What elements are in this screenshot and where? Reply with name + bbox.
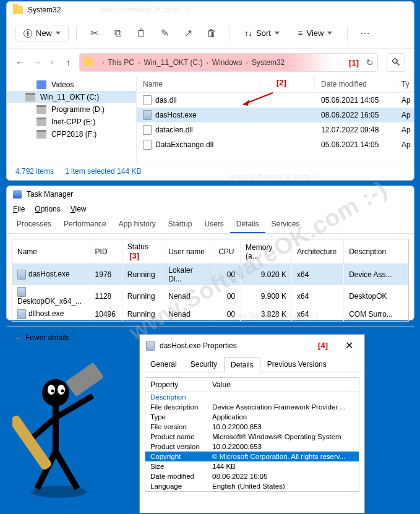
cell: x64: [292, 307, 344, 321]
cell: x64: [292, 285, 344, 307]
properties-window: dasHost.exe Properties [4] ✕ GeneralSecu…: [139, 334, 365, 513]
tab[interactable]: General: [144, 356, 184, 372]
property-row[interactable]: Size144 KB: [145, 461, 359, 471]
tab[interactable]: Details: [230, 216, 265, 233]
property-row[interactable]: Product version10.0.22000.653: [145, 442, 359, 452]
prop-value: © Microsoft Corporation. All rights rese…: [207, 452, 359, 461]
column-header[interactable]: User name: [163, 239, 213, 264]
col-modified[interactable]: Date modified: [315, 76, 395, 92]
tab[interactable]: Startup: [162, 216, 199, 233]
tab[interactable]: Previous Versions: [260, 356, 333, 372]
cell: 00: [213, 285, 241, 307]
file-row[interactable]: DataExchange.dll05.06.2021 14:05Ap: [137, 137, 414, 152]
share-icon[interactable]: ↗: [178, 24, 198, 43]
breadcrumb-item[interactable]: Windows: [212, 58, 242, 67]
menu-item[interactable]: View: [71, 205, 87, 213]
stick-figure-hammer: [12, 359, 136, 501]
prop-value: Application: [207, 412, 359, 422]
prop-name: Copyright: [145, 452, 207, 461]
sidebar-item[interactable]: Videos: [7, 79, 136, 91]
drive-icon: [36, 118, 46, 126]
col-type[interactable]: Ty: [395, 76, 414, 92]
tab[interactable]: Details: [224, 357, 260, 372]
cell: x64: [292, 264, 344, 286]
cell: Running: [122, 264, 163, 286]
delete-icon[interactable]: 🗑︎: [202, 24, 221, 43]
column-header[interactable]: Description: [344, 239, 408, 264]
tab[interactable]: Performance: [58, 216, 113, 233]
file-type: Ap: [395, 95, 414, 106]
cell: 00: [213, 264, 241, 286]
prop-value: Microsoft® Windows® Operating System: [207, 432, 359, 442]
column-header[interactable]: Name: [12, 239, 90, 264]
back-button[interactable]: ←: [15, 58, 24, 67]
menu-item[interactable]: Options: [35, 205, 60, 213]
process-row[interactable]: dasHost.exe1976RunningLokaler Di...009.0…: [12, 264, 408, 286]
property-row[interactable]: LanguageEnglish (United States): [145, 481, 359, 491]
search-button[interactable]: 🔍︎: [387, 53, 405, 72]
property-row[interactable]: File version10.0.22000.653: [145, 422, 359, 432]
file-icon: [143, 110, 152, 120]
breadcrumb-item[interactable]: Win_11_OKT (C:): [144, 58, 202, 67]
cell: Running: [122, 285, 163, 307]
cell: Lokaler Di...: [163, 264, 213, 286]
new-button[interactable]: New: [15, 25, 69, 41]
column-header[interactable]: Architecture: [292, 239, 344, 264]
column-header[interactable]: Memory (a...: [241, 239, 292, 264]
tab[interactable]: App history: [113, 216, 162, 233]
view-button[interactable]: ≡ View: [291, 25, 340, 41]
sidebar-item[interactable]: Programme (D:): [7, 103, 136, 116]
tab[interactable]: Processes: [11, 216, 58, 233]
property-row[interactable]: TypeApplication: [145, 412, 359, 422]
column-header[interactable]: CPU: [213, 239, 241, 264]
process-row[interactable]: dllhost.exe10496RunningNenad003.828 Kx64…: [12, 307, 408, 321]
column-header[interactable]: Status [3]: [122, 239, 163, 264]
breadcrumb[interactable]: › This PC › Win_11_OKT (C:) › Windows › …: [79, 53, 378, 72]
tab[interactable]: Security: [184, 356, 224, 372]
column-header[interactable]: PID: [90, 239, 122, 264]
cell: dasHost.exe: [12, 264, 90, 286]
task-manager-window: Task Manager FileOptionsView ProcessesPe…: [6, 186, 414, 320]
copy-icon[interactable]: ⧉: [108, 24, 127, 43]
cell: 3.828 K: [241, 307, 292, 321]
tab[interactable]: Users: [198, 216, 229, 233]
rename-icon[interactable]: ✎: [155, 24, 174, 43]
breadcrumb-item[interactable]: This PC: [108, 58, 134, 67]
menu-item[interactable]: File: [13, 205, 25, 213]
file-row[interactable]: dasHost.exe08.06.2022 16:05Ap: [137, 108, 414, 122]
col-property: Property: [145, 378, 207, 392]
cell: Device Ass...: [344, 264, 408, 286]
prop-name: Product name: [145, 432, 207, 442]
up-button[interactable]: ↑: [66, 58, 71, 67]
col-name[interactable]: Name: [137, 76, 260, 92]
cell: 1976: [90, 264, 122, 286]
sidebar-item[interactable]: CPP2018 (F:): [7, 128, 136, 140]
cut-icon[interactable]: ✂: [84, 24, 104, 43]
paste-icon[interactable]: 📋︎: [131, 24, 151, 43]
tab[interactable]: Services: [265, 216, 306, 233]
property-row[interactable]: File descriptionDevice Association Frame…: [145, 402, 359, 412]
close-button[interactable]: ✕: [340, 340, 358, 351]
new-label: New: [36, 28, 52, 38]
annotation-3: [3]: [129, 251, 139, 260]
process-row[interactable]: DesktopOK_x64_...1128RunningNenad009.900…: [12, 285, 408, 307]
file-name: DataExchange.dll: [155, 140, 213, 149]
file-type: Ap: [395, 124, 414, 135]
file-row[interactable]: dataclen.dll12.07.2022 09:48Ap: [137, 122, 414, 137]
sidebar-item[interactable]: Inet-CPP (E:): [7, 116, 136, 128]
refresh-icon[interactable]: ↻: [366, 58, 374, 67]
cell: 00: [213, 307, 241, 321]
sort-button[interactable]: ↑↓ Sort: [237, 25, 287, 41]
property-row[interactable]: Date modified08.06.2022 16:05: [145, 471, 359, 481]
file-type: Ap: [395, 139, 414, 150]
file-row[interactable]: das.dll05.06.2021 14:05Ap: [137, 93, 414, 108]
fewer-details-button[interactable]: Fewer details: [25, 333, 69, 342]
sidebar-item[interactable]: Win_11_OKT (C:): [7, 91, 136, 103]
property-row[interactable]: Product nameMicrosoft® Windows® Operatin…: [145, 432, 359, 442]
more-icon[interactable]: ⋯: [355, 24, 375, 43]
breadcrumb-item[interactable]: System32: [252, 58, 285, 67]
recent-button[interactable]: ⌄: [49, 59, 59, 66]
prop-name: Language: [145, 481, 207, 491]
property-row[interactable]: Copyright© Microsoft Corporation. All ri…: [145, 452, 359, 461]
forward-button[interactable]: →: [33, 58, 41, 67]
